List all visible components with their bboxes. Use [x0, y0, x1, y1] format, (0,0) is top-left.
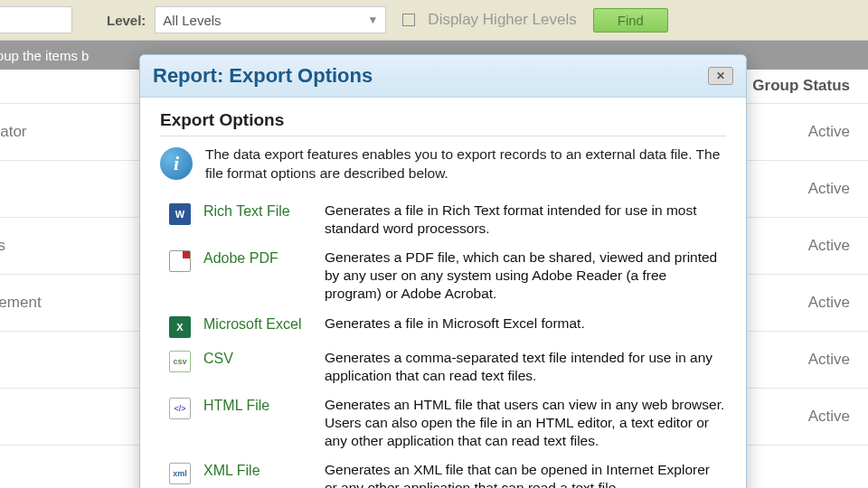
intro-row: i The data export features enables you t…	[160, 145, 726, 183]
format-icon: </>	[169, 398, 191, 419]
search-input[interactable]	[0, 6, 72, 33]
format-icon: X	[169, 316, 191, 338]
format-link[interactable]: HTML File	[203, 396, 312, 414]
close-button[interactable]: ✕	[708, 67, 733, 85]
format-description: Generates an HTML file that users can vi…	[325, 396, 726, 450]
group-status: Active	[808, 180, 850, 198]
format-icon: W	[169, 203, 191, 225]
format-link[interactable]: Microsoft Excel	[203, 314, 312, 333]
column-header-group-status: Group Status	[752, 77, 850, 95]
group-name: inistator	[0, 123, 27, 141]
display-higher-checkbox[interactable]	[402, 14, 415, 26]
section-title: Export Options	[160, 110, 726, 136]
format-description: Generates a file in Rich Text format int…	[325, 202, 726, 238]
format-row: </>HTML FileGenerates an HTML file that …	[160, 390, 726, 455]
format-icon: csv	[169, 351, 191, 372]
format-description: Generates an XML file that can be opened…	[325, 461, 726, 488]
info-icon: i	[160, 147, 193, 180]
format-row: Adobe PDFGenerates a PDF file, which can…	[160, 243, 726, 308]
format-row: XMicrosoft ExcelGenerates a file in Micr…	[160, 309, 726, 343]
group-status: Active	[808, 294, 850, 312]
group-name: tacts	[0, 237, 5, 255]
level-select[interactable]: All Levels ▼	[155, 6, 386, 33]
level-label: Level:	[107, 13, 146, 28]
format-link[interactable]: XML File	[203, 461, 312, 479]
format-icon: xml	[169, 463, 191, 484]
group-name: nagement	[0, 294, 42, 312]
format-row: csvCSVGenerates a comma-separated text f…	[160, 343, 726, 390]
format-description: Generates a comma-separated text file in…	[325, 349, 726, 385]
group-status: Active	[808, 351, 850, 369]
group-status: Active	[808, 408, 850, 426]
export-options-modal: Report: Export Options ✕ Export Options …	[139, 54, 747, 488]
modal-title: Report: Export Options	[153, 64, 373, 88]
modal-body: Export Options i The data export feature…	[140, 98, 746, 488]
intro-text: The data export features enables you to …	[205, 145, 726, 183]
chevron-down-icon: ▼	[367, 14, 378, 26]
format-row: xmlXML FileGenerates an XML file that ca…	[160, 455, 726, 488]
format-list: WRich Text FileGenerates a file in Rich …	[160, 196, 726, 488]
level-select-value: All Levels	[163, 13, 221, 28]
format-link[interactable]: CSV	[203, 349, 312, 367]
group-status: Active	[808, 237, 850, 255]
filter-bar: rds Level: All Levels ▼ Display Higher L…	[0, 0, 868, 41]
format-description: Generates a file in Microsoft Excel form…	[325, 314, 726, 333]
find-button[interactable]: Find	[593, 8, 668, 33]
modal-header: Report: Export Options ✕	[140, 55, 746, 98]
format-icon	[169, 250, 191, 272]
format-link[interactable]: Adobe PDF	[203, 249, 312, 267]
format-row: WRich Text FileGenerates a file in Rich …	[160, 196, 726, 243]
close-icon: ✕	[716, 70, 725, 82]
group-status: Active	[808, 123, 850, 141]
format-description: Generates a PDF file, which can be share…	[325, 249, 726, 303]
group-hint-text: o group the items b	[0, 48, 89, 63]
format-link[interactable]: Rich Text File	[203, 202, 312, 220]
display-higher-label: Display Higher Levels	[428, 11, 576, 29]
